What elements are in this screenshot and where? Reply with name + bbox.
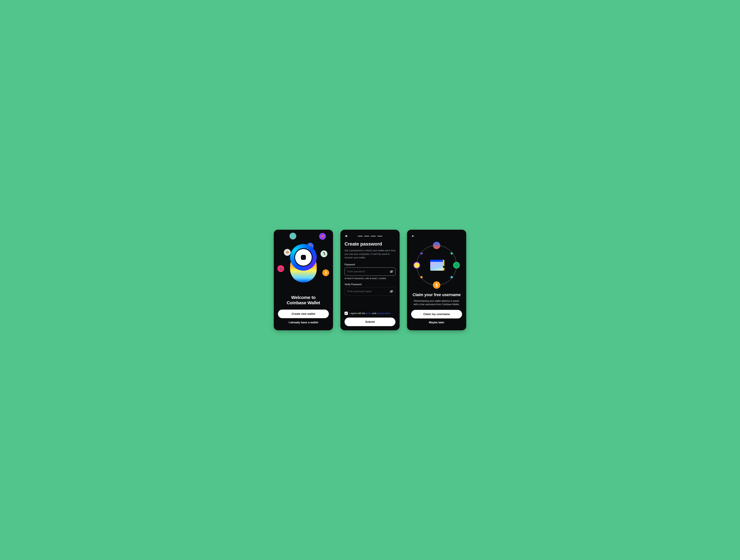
progress-stepper — [358, 236, 382, 236]
three-screens-row: 📣 🐵 ⛵ 🐧 🐂 ₿ Welcome to Coinbase Wallet C… — [274, 230, 466, 330]
username-hero-art: ₿ — [411, 238, 462, 293]
agree-text-pre: I agree with the — [350, 312, 366, 315]
eye-off-icon — [390, 290, 393, 293]
toggle-verify-visibility[interactable] — [390, 290, 393, 293]
agree-text-mid: and — [372, 312, 377, 315]
screen-welcome: 📣 🐵 ⛵ 🐧 🐂 ₿ Welcome to Coinbase Wallet C… — [274, 230, 333, 330]
back-button[interactable] — [345, 234, 348, 238]
avatar-icon — [289, 233, 296, 239]
welcome-title-line1: Welcome to — [278, 295, 329, 300]
orbit-ring: ₿ — [417, 245, 457, 285]
verify-password-input[interactable] — [347, 290, 388, 293]
diamond-icon — [450, 276, 453, 279]
verify-password-label: Verify Password — [345, 283, 395, 286]
terms-link[interactable]: terms — [366, 312, 372, 315]
green-coin-icon — [453, 262, 460, 268]
agree-checkbox[interactable] — [345, 312, 348, 315]
toggle-password-visibility[interactable] — [390, 270, 393, 273]
screen-create-password: Create password Set a password to unlock… — [341, 230, 399, 330]
diamond-icon — [420, 252, 423, 255]
bitcoin-icon: ₿ — [433, 281, 440, 289]
sun-coin-icon — [413, 262, 420, 268]
arrow-left-icon — [345, 234, 348, 238]
back-button[interactable] — [411, 234, 415, 238]
screen-claim-username: ₿ Claim your free username Remembering y… — [407, 230, 466, 330]
step-4 — [377, 236, 382, 236]
verify-password-field-wrapper — [345, 287, 395, 296]
claim-description: Remembering your wallet address is easie… — [412, 299, 461, 306]
claim-title: Claim your free username — [411, 293, 462, 297]
welcome-title: Welcome to Coinbase Wallet — [278, 295, 329, 306]
bitcoin-icon: ₿ — [322, 269, 329, 276]
step-1 — [358, 236, 363, 236]
claim-username-button[interactable]: Claim my username — [411, 310, 462, 319]
ape-icon: 🐵 — [284, 249, 291, 256]
welcome-hero-art: 📣 🐵 ⛵ 🐧 🐂 ₿ — [278, 234, 329, 295]
wallet-icon — [430, 260, 443, 271]
eye-off-icon — [390, 270, 393, 273]
welcome-title-line2: Coinbase Wallet — [278, 300, 329, 306]
arrow-left-icon — [411, 234, 415, 238]
password-label: Password — [345, 263, 395, 266]
penguin-icon: 🐧 — [320, 250, 328, 257]
create-wallet-button[interactable]: Create new wallet — [278, 310, 329, 318]
create-password-description: Set a password to unlock your wallet eac… — [345, 249, 395, 259]
privacy-link[interactable]: privacy policy — [377, 312, 390, 315]
coinbase-logo-hero — [290, 244, 317, 283]
check-icon — [345, 312, 347, 315]
step-3 — [371, 236, 376, 236]
megaphone-icon: 📣 — [319, 233, 326, 240]
diamond-icon — [420, 276, 423, 279]
agree-label: I agree with the terms and privacy polic… — [350, 312, 390, 315]
password-hint: At least 8 characters, with at least 1 n… — [345, 277, 395, 279]
coinbase-coin-icon — [295, 249, 312, 266]
existing-wallet-button[interactable]: I already have a wallet — [278, 319, 329, 326]
create-password-title: Create password — [345, 241, 395, 247]
bull-icon: 🐂 — [277, 265, 284, 272]
submit-button[interactable]: Submit — [345, 318, 395, 326]
maybe-later-button[interactable]: Maybe later — [411, 319, 462, 326]
password-field-wrapper — [345, 267, 395, 276]
password-input[interactable] — [347, 270, 388, 273]
diamond-icon — [450, 252, 453, 255]
avatar-icon — [433, 242, 440, 249]
step-2 — [364, 236, 369, 236]
